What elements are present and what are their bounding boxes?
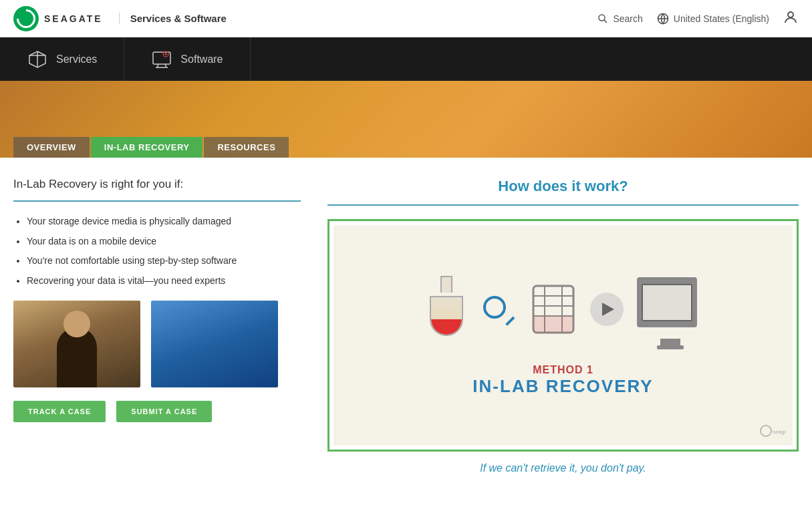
seagate-watermark: seagate	[759, 424, 786, 439]
hero-banner: OVERVIEW IN-LAB RECOVERY RESOURCES	[0, 81, 812, 158]
video-icons	[423, 274, 704, 337]
svg-text:seagate: seagate	[773, 429, 786, 435]
monitor-screen	[642, 284, 692, 321]
svg-point-0	[599, 15, 605, 21]
main-content: In-Lab Recovery is right for you if: You…	[0, 158, 812, 488]
play-button[interactable]	[590, 293, 624, 326]
monitor-base	[657, 345, 684, 349]
seagate-logo[interactable]: SEAGATE	[13, 6, 103, 31]
monitor-icon	[637, 277, 704, 337]
bullet-list: Your storage device media is physically …	[13, 215, 301, 287]
button-row: TRACK A CASE SUBMIT A CASE	[13, 401, 301, 422]
flask-icon	[423, 276, 470, 336]
svg-point-4	[788, 12, 793, 17]
svg-rect-21	[533, 316, 573, 333]
recovery-label: IN-LAB RECOVERY	[472, 376, 653, 397]
divider-left	[13, 200, 301, 202]
video-text: METHOD 1 IN-LAB RECOVERY	[472, 364, 653, 397]
cube-icon	[27, 49, 48, 70]
locale-selector[interactable]: United States (English)	[656, 12, 769, 25]
magnifier-circle	[483, 296, 506, 319]
sidebar-item-services[interactable]: Services	[0, 37, 124, 81]
search-button[interactable]: Search	[597, 13, 642, 25]
nav-bar: Services Software	[0, 37, 812, 81]
header-nav-title: Services & Software	[119, 13, 227, 24]
logo-text: SEAGATE	[44, 13, 103, 24]
header-right: Search United States (English)	[597, 9, 799, 27]
display-icon	[151, 49, 172, 70]
svg-rect-8	[153, 52, 170, 64]
user-icon[interactable]	[783, 9, 799, 27]
tagline: If we can't retrieve it, you don't pay.	[327, 462, 799, 474]
page-header: SEAGATE Services & Software Search Unite…	[0, 0, 812, 37]
svg-point-22	[761, 426, 771, 436]
tab-inlab-recovery[interactable]: IN-LAB RECOVERY	[91, 137, 203, 158]
left-panel: In-Lab Recovery is right for you if: You…	[13, 178, 301, 474]
video-inner: METHOD 1 IN-LAB RECOVERY seagate	[333, 225, 793, 446]
monitor-body	[637, 277, 697, 327]
logo-icon	[13, 6, 39, 31]
hero-tabs: OVERVIEW IN-LAB RECOVERY RESOURCES	[0, 137, 289, 158]
user-profile-icon	[783, 9, 799, 25]
tab-overview[interactable]: OVERVIEW	[13, 137, 90, 158]
monitor-stand	[660, 339, 680, 345]
right-section-title: How does it work?	[327, 178, 799, 195]
track-case-button[interactable]: TRACK A CASE	[13, 401, 106, 422]
tab-resources[interactable]: RESOURCES	[204, 137, 289, 158]
submit-case-button[interactable]: SUBMIT A CASE	[116, 401, 212, 422]
left-section-title: In-Lab Recovery is right for you if:	[13, 178, 301, 191]
nav-software-label: Software	[180, 53, 223, 65]
globe-icon	[656, 12, 670, 25]
device-thumbnail	[151, 301, 278, 387]
flask-neck	[440, 276, 452, 293]
right-panel: How does it work?	[327, 178, 799, 474]
video-container[interactable]: METHOD 1 IN-LAB RECOVERY seagate	[327, 219, 799, 452]
sidebar-item-software[interactable]: Software	[124, 37, 250, 81]
magnifier-icon	[483, 296, 517, 329]
magnifier-handle	[505, 316, 515, 325]
image-row	[13, 301, 301, 387]
svg-line-1	[604, 19, 607, 22]
divider-right	[327, 204, 799, 206]
flask-liquid	[431, 319, 462, 334]
person-thumbnail	[13, 301, 140, 387]
search-label: Search	[613, 13, 642, 24]
list-item: You're not comfortable using step-by-ste…	[27, 255, 301, 268]
header-left: SEAGATE Services & Software	[13, 6, 227, 31]
list-item: Recovering your data is vital—you need e…	[27, 275, 301, 288]
method-label: METHOD 1	[472, 364, 653, 376]
list-item: Your storage device media is physically …	[27, 215, 301, 228]
nav-services-label: Services	[56, 53, 97, 65]
list-item: Your data is on a mobile device	[27, 235, 301, 248]
locale-label: United States (English)	[674, 13, 769, 24]
search-icon	[597, 13, 609, 25]
flask-body	[430, 296, 463, 336]
beaker-icon	[530, 283, 577, 336]
